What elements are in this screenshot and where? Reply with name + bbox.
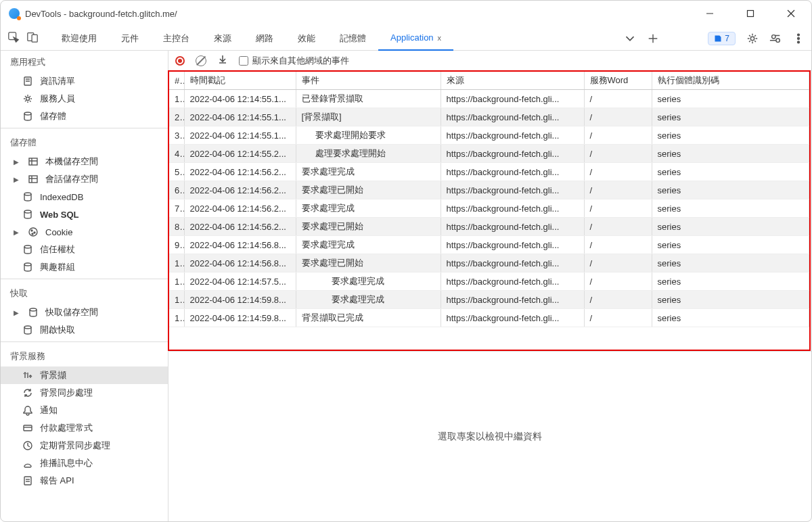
section-storage: 儲存體	[1, 131, 168, 153]
svg-point-14	[798, 41, 800, 43]
table-row[interactable]: 42022-04-06 12:14:55.2...處理要求處理開始https:/…	[169, 145, 809, 163]
svg-point-35	[24, 326, 31, 329]
table-row[interactable]: 1..2022-04-06 12:14:59.8...背景擷取已完成https:…	[169, 309, 809, 327]
svg-rect-36	[24, 425, 32, 431]
tab-6[interactable]: 記憶體	[328, 26, 378, 51]
add-tab-icon[interactable]	[647, 32, 659, 45]
col-instance[interactable]: 執行個體識別碼	[652, 72, 809, 90]
detail-panel: 選取專案以檢視中繼資料	[168, 351, 811, 521]
tab-4[interactable]: 網路	[244, 26, 286, 51]
sidebar-item-service-workers[interactable]: 服務人員	[1, 90, 168, 108]
svg-point-13	[798, 37, 800, 39]
tabbar: 歡迎使用元件主控台來源網路效能記憶體 Application x 7	[1, 26, 811, 51]
more-tabs-icon[interactable]	[624, 32, 636, 45]
sidebar-item-payment-handler[interactable]: 付款處理常式	[1, 419, 168, 437]
table-row[interactable]: 82022-04-06 12:14:56.2...要求處理已開始https://…	[169, 218, 809, 236]
clear-button[interactable]	[196, 55, 206, 66]
sidebar-item-cookies[interactable]: ▶Cookie	[1, 223, 168, 241]
bg-toolbar: 顯示來自其他網域的事件	[168, 51, 811, 71]
sidebar-item-cache-storage[interactable]: ▶快取儲存空間	[1, 304, 168, 321]
sidebar-item-notifications[interactable]: 通知	[1, 402, 168, 419]
issues-icon	[714, 34, 722, 43]
svg-point-19	[24, 112, 31, 115]
record-button[interactable]	[175, 56, 185, 66]
sidebar-item-storage[interactable]: 儲存體	[1, 108, 168, 125]
tab-label: Application	[390, 32, 434, 43]
sidebar-item-session-storage[interactable]: ▶會話儲存空間	[1, 170, 168, 188]
tab-application[interactable]: Application x	[378, 26, 453, 51]
close-button[interactable]	[779, 3, 803, 24]
settings-icon[interactable]	[746, 32, 759, 45]
table-row[interactable]: 72022-04-06 12:14:56.2...要求處理完成https://b…	[169, 199, 809, 218]
table-row[interactable]: 62022-04-06 12:14:56.2...要求處理已開始https://…	[169, 181, 809, 199]
sidebar-item-trust-tokens[interactable]: 信任權杖	[1, 241, 168, 258]
sidebar-item-local-storage[interactable]: ▶本機儲存空間	[1, 153, 168, 170]
table-row[interactable]: 1..2022-04-06 12:14:56.8...要求處理已開始https:…	[169, 254, 809, 272]
device-icon[interactable]	[26, 31, 39, 45]
section-bg-services: 背景服務	[1, 345, 168, 366]
other-domains-input[interactable]	[239, 56, 248, 66]
col-number[interactable]: #	[169, 72, 184, 90]
expand-icon[interactable]: ▶	[13, 176, 20, 183]
sidebar-item-background-fetch[interactable]: 背景擷	[1, 366, 168, 384]
tab-5[interactable]: 效能	[286, 26, 328, 51]
other-domains-checkbox[interactable]: 顯示來自其他網域的事件	[239, 55, 349, 67]
detail-placeholder: 選取專案以檢視中繼資料	[438, 431, 542, 443]
svg-rect-39	[24, 477, 31, 485]
svg-point-33	[24, 263, 31, 266]
tab-close-icon[interactable]: x	[438, 34, 442, 42]
svg-point-34	[30, 308, 37, 311]
svg-point-12	[798, 34, 800, 36]
expand-icon[interactable]: ▶	[13, 309, 20, 316]
inspect-icon[interactable]	[7, 31, 20, 45]
svg-point-30	[34, 232, 35, 233]
svg-point-9	[750, 37, 754, 40]
window-title: DevTools - background-fetch.glitch.me/	[25, 9, 177, 19]
svg-point-31	[32, 233, 33, 235]
table-row[interactable]: 52022-04-06 12:14:56.2...要求處理完成https://b…	[169, 163, 809, 181]
tab-3[interactable]: 來源	[202, 26, 244, 51]
table-row[interactable]: 32022-04-06 12:14:55.1...要求處理開始要求https:/…	[169, 126, 809, 145]
sidebar-item-app-cache[interactable]: 開啟快取	[1, 321, 168, 339]
tab-2[interactable]: 主控台	[151, 26, 202, 51]
issues-button[interactable]: 7	[708, 32, 736, 45]
sidebar-item-background-sync[interactable]: 背景同步處理	[1, 384, 168, 402]
tab-0[interactable]: 歡迎使用	[49, 26, 109, 51]
settings-alt-icon[interactable]	[769, 32, 782, 45]
kebab-icon[interactable]	[792, 32, 805, 45]
tab-1[interactable]: 元件	[109, 26, 151, 51]
sidebar-item-interest-groups[interactable]: 興趣群組	[1, 258, 168, 276]
table-row[interactable]: 1..2022-04-06 12:14:59.8...要求處理完成https:/…	[169, 291, 809, 309]
sidebar-item-manifest[interactable]: 資訊清單	[1, 72, 168, 90]
sidebar-item-push-messaging[interactable]: 推播訊息中心	[1, 454, 168, 472]
svg-rect-20	[29, 158, 37, 165]
svg-point-32	[24, 245, 31, 248]
svg-point-29	[31, 230, 32, 231]
sidebar-item-indexeddb[interactable]: IndexedDB	[1, 188, 168, 206]
col-event[interactable]: 事件	[296, 72, 441, 90]
svg-rect-1	[748, 11, 754, 17]
col-origin[interactable]: 來源	[441, 72, 584, 90]
expand-icon[interactable]: ▶	[13, 229, 20, 236]
table-row[interactable]: 92022-04-06 12:14:56.8...要求處理完成https://b…	[169, 236, 809, 254]
sidebar-item-reporting-api[interactable]: 報告 API	[1, 472, 168, 490]
svg-point-11	[776, 39, 780, 42]
issues-count: 7	[725, 34, 729, 43]
table-row[interactable]: 1..2022-04-06 12:14:57.5...要求處理完成https:/…	[169, 272, 809, 291]
table-header-row: # 時間戳記 事件 來源 服務Word 執行個體識別碼	[169, 72, 809, 90]
sidebar-item-periodic-sync[interactable]: 定期背景同步處理	[1, 437, 168, 454]
expand-icon[interactable]: ▶	[13, 158, 20, 166]
sidebar-item-websql[interactable]: Web SQL	[1, 206, 168, 223]
events-table: # 時間戳記 事件 來源 服務Word 執行個體識別碼 12022-04-06 …	[168, 70, 811, 351]
download-button[interactable]	[217, 54, 228, 67]
main-panel: 顯示來自其他網域的事件 # 時間戳記 事件 來源 服務Word 執行個體識別碼 …	[168, 51, 811, 521]
devtools-icon	[9, 8, 20, 19]
titlebar: DevTools - background-fetch.glitch.me/	[1, 1, 811, 26]
col-sw[interactable]: 服務Word	[584, 72, 652, 90]
table-row[interactable]: 12022-04-06 12:14:55.1...已登錄背景擷取https://…	[169, 90, 809, 108]
col-timestamp[interactable]: 時間戳記	[184, 72, 296, 90]
sidebar: 應用程式 資訊清單 服務人員 儲存體 儲存體 ▶本機儲存空間 ▶會話儲存空間 I…	[1, 51, 168, 521]
minimize-button[interactable]	[698, 3, 722, 24]
maximize-button[interactable]	[738, 3, 763, 24]
table-row[interactable]: 22022-04-06 12:14:55.1...[背景擷取]https://b…	[169, 108, 809, 126]
